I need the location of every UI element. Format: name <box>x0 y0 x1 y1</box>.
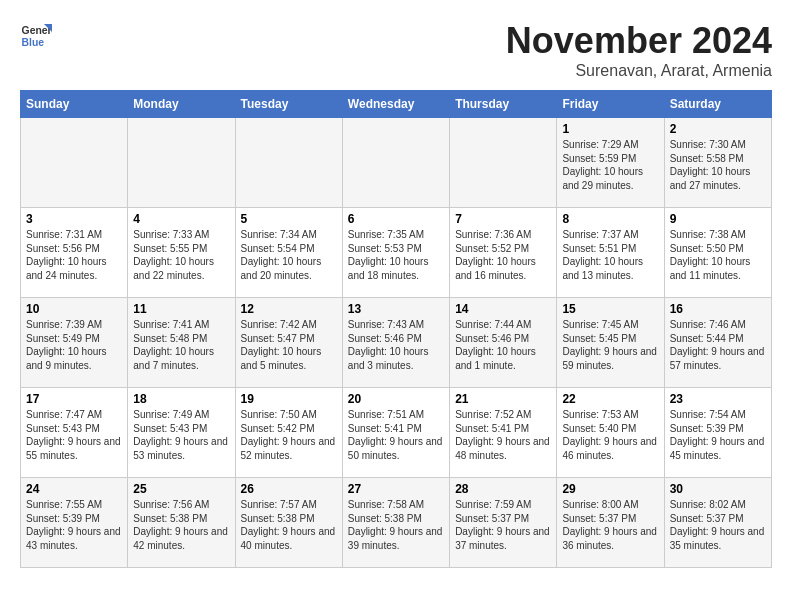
table-row: 10Sunrise: 7:39 AM Sunset: 5:49 PM Dayli… <box>21 298 128 388</box>
table-row <box>450 118 557 208</box>
day-number: 18 <box>133 392 229 406</box>
day-number: 30 <box>670 482 766 496</box>
table-row: 20Sunrise: 7:51 AM Sunset: 5:41 PM Dayli… <box>342 388 449 478</box>
day-info: Sunrise: 7:56 AM Sunset: 5:38 PM Dayligh… <box>133 498 229 552</box>
table-row: 17Sunrise: 7:47 AM Sunset: 5:43 PM Dayli… <box>21 388 128 478</box>
col-sunday: Sunday <box>21 91 128 118</box>
day-number: 16 <box>670 302 766 316</box>
table-row: 27Sunrise: 7:58 AM Sunset: 5:38 PM Dayli… <box>342 478 449 568</box>
table-row: 18Sunrise: 7:49 AM Sunset: 5:43 PM Dayli… <box>128 388 235 478</box>
col-thursday: Thursday <box>450 91 557 118</box>
table-row: 28Sunrise: 7:59 AM Sunset: 5:37 PM Dayli… <box>450 478 557 568</box>
table-row: 13Sunrise: 7:43 AM Sunset: 5:46 PM Dayli… <box>342 298 449 388</box>
table-row: 3Sunrise: 7:31 AM Sunset: 5:56 PM Daylig… <box>21 208 128 298</box>
day-info: Sunrise: 7:42 AM Sunset: 5:47 PM Dayligh… <box>241 318 337 372</box>
svg-text:Blue: Blue <box>22 37 45 48</box>
day-info: Sunrise: 7:47 AM Sunset: 5:43 PM Dayligh… <box>26 408 122 462</box>
table-row: 22Sunrise: 7:53 AM Sunset: 5:40 PM Dayli… <box>557 388 664 478</box>
day-info: Sunrise: 7:34 AM Sunset: 5:54 PM Dayligh… <box>241 228 337 282</box>
table-row <box>21 118 128 208</box>
day-info: Sunrise: 7:39 AM Sunset: 5:49 PM Dayligh… <box>26 318 122 372</box>
day-info: Sunrise: 7:38 AM Sunset: 5:50 PM Dayligh… <box>670 228 766 282</box>
table-row: 30Sunrise: 8:02 AM Sunset: 5:37 PM Dayli… <box>664 478 771 568</box>
table-row <box>235 118 342 208</box>
logo-icon: General Blue <box>20 20 52 52</box>
table-row: 4Sunrise: 7:33 AM Sunset: 5:55 PM Daylig… <box>128 208 235 298</box>
table-row: 21Sunrise: 7:52 AM Sunset: 5:41 PM Dayli… <box>450 388 557 478</box>
day-info: Sunrise: 7:57 AM Sunset: 5:38 PM Dayligh… <box>241 498 337 552</box>
day-number: 2 <box>670 122 766 136</box>
day-number: 8 <box>562 212 658 226</box>
table-row: 14Sunrise: 7:44 AM Sunset: 5:46 PM Dayli… <box>450 298 557 388</box>
day-number: 6 <box>348 212 444 226</box>
location-title: Surenavan, Ararat, Armenia <box>506 62 772 80</box>
day-number: 3 <box>26 212 122 226</box>
day-info: Sunrise: 7:33 AM Sunset: 5:55 PM Dayligh… <box>133 228 229 282</box>
month-title: November 2024 <box>506 20 772 62</box>
day-info: Sunrise: 8:02 AM Sunset: 5:37 PM Dayligh… <box>670 498 766 552</box>
table-row: 7Sunrise: 7:36 AM Sunset: 5:52 PM Daylig… <box>450 208 557 298</box>
day-number: 1 <box>562 122 658 136</box>
table-row: 12Sunrise: 7:42 AM Sunset: 5:47 PM Dayli… <box>235 298 342 388</box>
calendar-week-row: 3Sunrise: 7:31 AM Sunset: 5:56 PM Daylig… <box>21 208 772 298</box>
day-number: 11 <box>133 302 229 316</box>
day-info: Sunrise: 7:41 AM Sunset: 5:48 PM Dayligh… <box>133 318 229 372</box>
day-number: 25 <box>133 482 229 496</box>
day-info: Sunrise: 7:43 AM Sunset: 5:46 PM Dayligh… <box>348 318 444 372</box>
day-number: 23 <box>670 392 766 406</box>
day-number: 20 <box>348 392 444 406</box>
day-number: 26 <box>241 482 337 496</box>
table-row: 1Sunrise: 7:29 AM Sunset: 5:59 PM Daylig… <box>557 118 664 208</box>
calendar-week-row: 1Sunrise: 7:29 AM Sunset: 5:59 PM Daylig… <box>21 118 772 208</box>
table-row: 5Sunrise: 7:34 AM Sunset: 5:54 PM Daylig… <box>235 208 342 298</box>
col-tuesday: Tuesday <box>235 91 342 118</box>
day-number: 29 <box>562 482 658 496</box>
day-number: 17 <box>26 392 122 406</box>
day-info: Sunrise: 7:58 AM Sunset: 5:38 PM Dayligh… <box>348 498 444 552</box>
day-info: Sunrise: 7:45 AM Sunset: 5:45 PM Dayligh… <box>562 318 658 372</box>
page-header: General Blue November 2024 Surenavan, Ar… <box>20 20 772 80</box>
day-number: 24 <box>26 482 122 496</box>
day-number: 4 <box>133 212 229 226</box>
day-info: Sunrise: 7:46 AM Sunset: 5:44 PM Dayligh… <box>670 318 766 372</box>
table-row: 8Sunrise: 7:37 AM Sunset: 5:51 PM Daylig… <box>557 208 664 298</box>
day-info: Sunrise: 7:51 AM Sunset: 5:41 PM Dayligh… <box>348 408 444 462</box>
table-row: 24Sunrise: 7:55 AM Sunset: 5:39 PM Dayli… <box>21 478 128 568</box>
day-info: Sunrise: 7:49 AM Sunset: 5:43 PM Dayligh… <box>133 408 229 462</box>
logo: General Blue <box>20 20 52 52</box>
table-row: 11Sunrise: 7:41 AM Sunset: 5:48 PM Dayli… <box>128 298 235 388</box>
calendar-week-row: 24Sunrise: 7:55 AM Sunset: 5:39 PM Dayli… <box>21 478 772 568</box>
day-info: Sunrise: 7:37 AM Sunset: 5:51 PM Dayligh… <box>562 228 658 282</box>
day-info: Sunrise: 8:00 AM Sunset: 5:37 PM Dayligh… <box>562 498 658 552</box>
day-info: Sunrise: 7:52 AM Sunset: 5:41 PM Dayligh… <box>455 408 551 462</box>
day-number: 27 <box>348 482 444 496</box>
table-row <box>342 118 449 208</box>
day-info: Sunrise: 7:54 AM Sunset: 5:39 PM Dayligh… <box>670 408 766 462</box>
day-number: 19 <box>241 392 337 406</box>
day-info: Sunrise: 7:35 AM Sunset: 5:53 PM Dayligh… <box>348 228 444 282</box>
day-number: 13 <box>348 302 444 316</box>
table-row <box>128 118 235 208</box>
day-info: Sunrise: 7:53 AM Sunset: 5:40 PM Dayligh… <box>562 408 658 462</box>
col-friday: Friday <box>557 91 664 118</box>
day-info: Sunrise: 7:29 AM Sunset: 5:59 PM Dayligh… <box>562 138 658 192</box>
calendar-header-row: Sunday Monday Tuesday Wednesday Thursday… <box>21 91 772 118</box>
day-info: Sunrise: 7:36 AM Sunset: 5:52 PM Dayligh… <box>455 228 551 282</box>
col-monday: Monday <box>128 91 235 118</box>
calendar-week-row: 17Sunrise: 7:47 AM Sunset: 5:43 PM Dayli… <box>21 388 772 478</box>
day-info: Sunrise: 7:31 AM Sunset: 5:56 PM Dayligh… <box>26 228 122 282</box>
table-row: 6Sunrise: 7:35 AM Sunset: 5:53 PM Daylig… <box>342 208 449 298</box>
day-number: 28 <box>455 482 551 496</box>
table-row: 25Sunrise: 7:56 AM Sunset: 5:38 PM Dayli… <box>128 478 235 568</box>
day-info: Sunrise: 7:59 AM Sunset: 5:37 PM Dayligh… <box>455 498 551 552</box>
calendar-table: Sunday Monday Tuesday Wednesday Thursday… <box>20 90 772 568</box>
day-number: 7 <box>455 212 551 226</box>
table-row: 26Sunrise: 7:57 AM Sunset: 5:38 PM Dayli… <box>235 478 342 568</box>
col-saturday: Saturday <box>664 91 771 118</box>
table-row: 16Sunrise: 7:46 AM Sunset: 5:44 PM Dayli… <box>664 298 771 388</box>
day-number: 12 <box>241 302 337 316</box>
table-row: 23Sunrise: 7:54 AM Sunset: 5:39 PM Dayli… <box>664 388 771 478</box>
day-number: 21 <box>455 392 551 406</box>
day-info: Sunrise: 7:50 AM Sunset: 5:42 PM Dayligh… <box>241 408 337 462</box>
day-number: 22 <box>562 392 658 406</box>
